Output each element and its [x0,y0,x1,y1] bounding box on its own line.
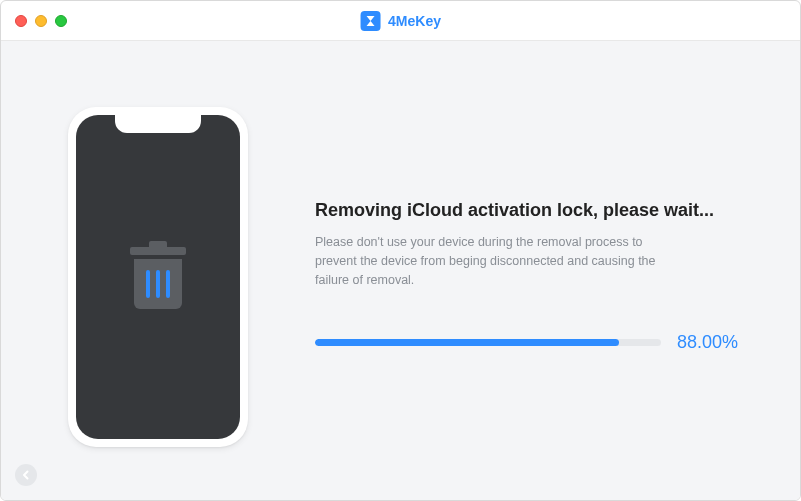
close-window-button[interactable] [15,15,27,27]
trash-icon [128,241,188,313]
status-headline: Removing iCloud activation lock, please … [315,200,738,221]
chevron-left-icon [21,470,31,480]
device-illustration [53,107,263,447]
phone-frame [68,107,248,447]
progress-row: 88.00% [315,332,738,353]
app-window: 4MeKey [0,0,801,501]
progress-bar [315,339,661,346]
status-panel: Removing iCloud activation lock, please … [263,200,748,352]
progress-percent-label: 88.00% [677,332,738,353]
maximize-window-button[interactable] [55,15,67,27]
progress-fill [315,339,619,346]
titlebar: 4MeKey [1,1,800,41]
content-area: Removing iCloud activation lock, please … [1,41,800,500]
back-button[interactable] [15,464,37,486]
app-name: 4MeKey [388,13,441,29]
app-brand: 4MeKey [360,11,441,31]
window-controls [15,15,67,27]
phone-notch [115,115,201,133]
app-logo-icon [360,11,380,31]
status-subtext: Please don't use your device during the … [315,233,675,289]
minimize-window-button[interactable] [35,15,47,27]
phone-screen [76,115,240,439]
